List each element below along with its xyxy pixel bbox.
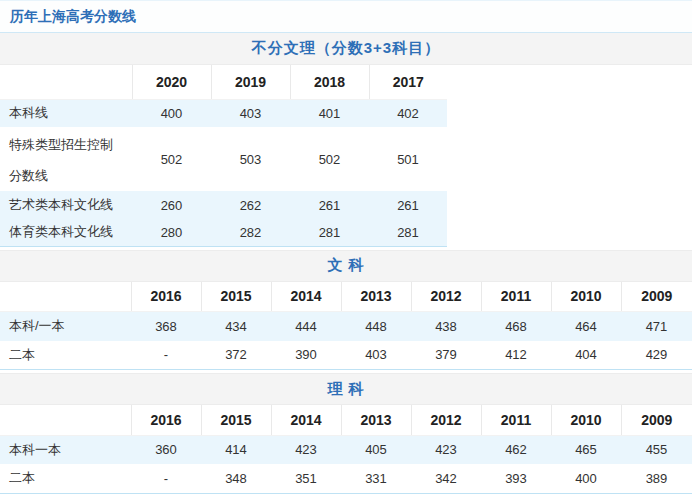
score-cell: 412 <box>481 341 551 370</box>
year-header: 2016 <box>131 282 201 312</box>
score-cell: 389 <box>621 464 692 493</box>
empty-corner-cell <box>0 405 131 435</box>
year-header: 2011 <box>481 405 551 435</box>
year-header: 2015 <box>201 405 271 435</box>
table-row: 本科线 400 403 401 402 <box>0 99 447 127</box>
score-cell: 429 <box>621 341 692 370</box>
score-cell: 281 <box>290 219 369 246</box>
year-header: 2019 <box>211 65 290 99</box>
gaokao-scores-page: 历年上海高考分数线 不分文理（分数3+3科目） 2020 2019 2018 2… <box>0 0 692 499</box>
score-cell: 462 <box>481 435 551 464</box>
year-header: 2018 <box>290 65 369 99</box>
score-cell: 403 <box>211 99 290 127</box>
score-cell: 403 <box>341 341 411 370</box>
score-cell: 393 <box>481 464 551 493</box>
score-cell: 282 <box>211 219 290 246</box>
year-header: 2014 <box>271 282 341 312</box>
score-cell: - <box>131 464 201 493</box>
score-cell: 281 <box>369 219 447 246</box>
score-cell: - <box>131 341 201 370</box>
section-header-science: 理 科 <box>0 373 692 405</box>
row-label: 艺术类本科文化线 <box>0 191 132 219</box>
score-cell: 351 <box>271 464 341 493</box>
score-cell: 280 <box>132 219 211 246</box>
year-header: 2014 <box>271 405 341 435</box>
score-cell: 261 <box>290 191 369 219</box>
score-cell: 379 <box>411 341 481 370</box>
score-cell: 471 <box>621 312 692 341</box>
score-cell: 402 <box>369 99 447 127</box>
table-row: 二本 - 372 390 403 379 412 404 429 <box>0 341 692 370</box>
score-cell: 501 <box>369 127 447 191</box>
table-row: 特殊类型招生控制分数线 502 503 502 501 <box>0 127 447 191</box>
table-row: 二本 - 348 351 331 342 393 400 389 <box>0 464 692 493</box>
row-label: 本科/一本 <box>0 312 131 341</box>
page-title: 历年上海高考分数线 <box>10 8 136 26</box>
score-cell: 414 <box>201 435 271 464</box>
score-cell: 434 <box>201 312 271 341</box>
score-cell: 465 <box>551 435 621 464</box>
table-row: 体育类本科文化线 280 282 281 281 <box>0 219 447 246</box>
score-cell: 261 <box>369 191 447 219</box>
score-table-science: 2016 2015 2014 2013 2012 2011 2010 2009 … <box>0 405 692 494</box>
title-bar: 历年上海高考分数线 <box>0 0 692 33</box>
score-cell: 448 <box>341 312 411 341</box>
section-header-combined: 不分文理（分数3+3科目） <box>0 33 692 65</box>
empty-corner-cell <box>0 65 132 99</box>
score-cell: 438 <box>411 312 481 341</box>
row-label: 二本 <box>0 341 131 370</box>
score-cell: 260 <box>132 191 211 219</box>
year-header: 2009 <box>621 405 692 435</box>
score-cell: 423 <box>411 435 481 464</box>
score-cell: 348 <box>201 464 271 493</box>
score-cell: 502 <box>290 127 369 191</box>
row-label: 二本 <box>0 464 131 493</box>
score-table-combined: 2020 2019 2018 2017 本科线 400 403 401 402 … <box>0 65 447 247</box>
year-header: 2013 <box>341 282 411 312</box>
table-row: 艺术类本科文化线 260 262 261 261 <box>0 191 447 219</box>
year-header: 2009 <box>621 282 692 312</box>
year-header: 2010 <box>551 282 621 312</box>
year-header: 2020 <box>132 65 211 99</box>
year-header: 2017 <box>369 65 447 99</box>
score-cell: 423 <box>271 435 341 464</box>
score-cell: 468 <box>481 312 551 341</box>
row-label: 特殊类型招生控制分数线 <box>0 127 132 191</box>
score-cell: 390 <box>271 341 341 370</box>
score-cell: 360 <box>131 435 201 464</box>
empty-corner-cell <box>0 282 131 312</box>
year-header: 2016 <box>131 405 201 435</box>
score-cell: 405 <box>341 435 411 464</box>
score-cell: 342 <box>411 464 481 493</box>
year-header: 2015 <box>201 282 271 312</box>
score-cell: 401 <box>290 99 369 127</box>
year-header: 2012 <box>411 405 481 435</box>
score-table-liberal-arts: 2016 2015 2014 2013 2012 2011 2010 2009 … <box>0 282 692 371</box>
score-cell: 464 <box>551 312 621 341</box>
score-cell: 503 <box>211 127 290 191</box>
row-label: 本科线 <box>0 99 132 127</box>
year-header: 2010 <box>551 405 621 435</box>
score-cell: 262 <box>211 191 290 219</box>
year-header: 2013 <box>341 405 411 435</box>
score-cell: 404 <box>551 341 621 370</box>
year-header-row: 2016 2015 2014 2013 2012 2011 2010 2009 <box>0 405 692 435</box>
year-header: 2011 <box>481 282 551 312</box>
year-header-row: 2020 2019 2018 2017 <box>0 65 447 99</box>
table-row: 本科一本 360 414 423 405 423 462 465 455 <box>0 435 692 464</box>
score-cell: 455 <box>621 435 692 464</box>
score-cell: 502 <box>132 127 211 191</box>
score-cell: 368 <box>131 312 201 341</box>
score-cell: 372 <box>201 341 271 370</box>
row-label: 体育类本科文化线 <box>0 219 132 246</box>
score-cell: 331 <box>341 464 411 493</box>
year-header-row: 2016 2015 2014 2013 2012 2011 2010 2009 <box>0 282 692 312</box>
year-header: 2012 <box>411 282 481 312</box>
score-cell: 400 <box>551 464 621 493</box>
row-label: 本科一本 <box>0 435 131 464</box>
section-header-liberal-arts: 文 科 <box>0 250 692 282</box>
table-row: 本科/一本 368 434 444 448 438 468 464 471 <box>0 312 692 341</box>
score-cell: 400 <box>132 99 211 127</box>
score-cell: 444 <box>271 312 341 341</box>
